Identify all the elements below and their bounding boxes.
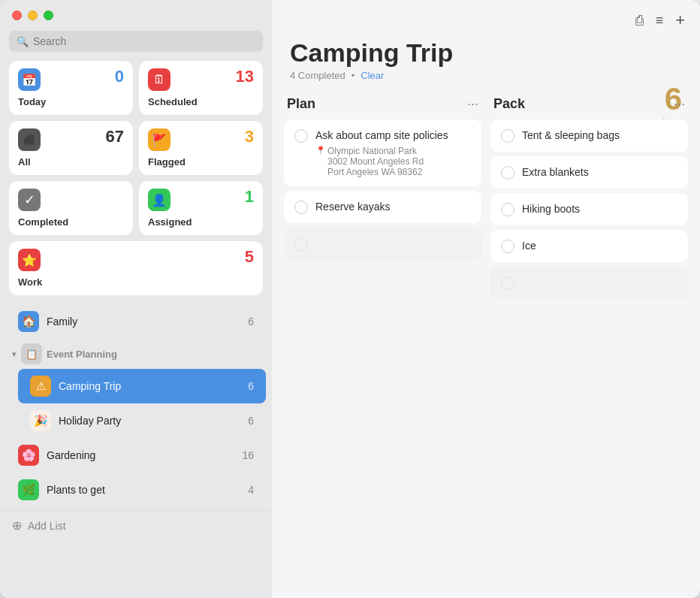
holiday-party-label: Holiday Party [59,415,240,427]
smart-list-all[interactable]: 67 ⬛ All [9,121,133,175]
event-planning-label: Event Planning [47,349,117,360]
task-checkbox [501,276,514,290]
task-checkbox [294,237,308,251]
plan-more-icon[interactable]: ··· [467,96,478,112]
task-reserve-kayaks[interactable]: Reserve kayaks [284,191,481,223]
chevron-down-icon: ▾ [12,349,17,359]
task-checkbox[interactable] [501,203,514,216]
app-window: 🔍 0 📅 Today 13 🗓 Scheduled 67 ⬛ All [0,0,700,598]
pack-column-header: Pack ··· [490,93,688,119]
minimize-button[interactable] [28,11,38,20]
main-header: Camping Trip 4 Completed • Clear [272,36,700,87]
task-tent[interactable]: Tent & sleeping bags [490,119,688,152]
add-list-button[interactable]: ⊕ Add List [0,510,272,540]
list-item-plants-to-get[interactable]: 🌿 Plants to get 4 [6,473,266,507]
close-button[interactable] [12,11,22,20]
assigned-label: Assigned [148,216,254,228]
task-text: Ice [522,239,536,252]
sidebar: 🔍 0 📅 Today 13 🗓 Scheduled 67 ⬛ All [0,0,272,598]
family-icon: 🏠 [18,311,39,332]
gardening-count: 16 [242,449,254,461]
work-count: 5 [245,247,254,267]
all-label: All [18,156,124,168]
add-button[interactable]: + [675,11,685,30]
smart-list-work[interactable]: 5 ⭐ Work [9,241,263,295]
task-extra-blankets[interactable]: Extra blankets [490,156,688,189]
task-checkbox[interactable] [501,129,514,143]
completed-text: 4 Completed [290,70,345,81]
clear-button[interactable]: Clear [361,70,384,81]
scheduled-count: 13 [236,67,254,86]
main-subtitle: 4 Completed • Clear [290,70,682,81]
task-text: Reserve kayaks [315,200,391,213]
list-section: 🏠 Family 6 ▾ 📋 Event Planning ⚠ Camping … [0,301,272,598]
pack-column: Pack ··· Tent & sleeping bags [490,93,688,586]
plants-label: Plants to get [47,484,240,496]
plan-column: Plan ··· Ask about camp site policies 📍 … [284,93,481,586]
task-address: 📍 Olympic National Park3002 Mount Angele… [315,146,448,177]
camping-trip-icon: ⚠ [30,376,51,397]
family-count: 6 [248,316,254,328]
plan-column-header: Plan ··· [284,93,481,119]
smart-list-flagged[interactable]: 3 🚩 Flagged [139,121,263,175]
task-checkbox[interactable] [294,129,308,143]
assigned-icon: 👤 [148,189,170,211]
list-item-family[interactable]: 🏠 Family 6 [6,304,266,339]
smart-list-today[interactable]: 0 📅 Today [9,61,133,115]
gardening-label: Gardening [47,449,234,461]
smart-list-completed[interactable]: ✓ Completed [9,181,133,235]
event-planning-icon: 📋 [21,343,42,364]
task-empty-pack [490,267,688,300]
today-icon: 📅 [18,68,41,91]
work-label: Work [18,276,254,288]
list-view-icon[interactable]: ≡ [656,13,664,29]
assigned-count: 1 [245,187,254,207]
share-icon[interactable]: ⎙ [635,13,644,29]
plants-icon: 🌿 [18,479,39,500]
scheduled-icon: 🗓 [148,68,170,91]
task-checkbox[interactable] [501,166,514,180]
task-text: Ask about camp site policies [315,128,448,142]
main-toolbar: ⎙ ≡ + [272,0,700,36]
page-title: Camping Trip [290,39,682,67]
plants-count: 4 [248,484,254,496]
holiday-party-count: 6 [248,415,254,427]
today-count: 0 [115,67,124,86]
main-content: ⎙ ≡ + Camping Trip 4 Completed • Clear 6… [272,0,700,598]
completed-label: Completed [18,216,124,228]
all-icon: ⬛ [18,128,41,151]
task-text: Hiking boots [522,202,580,216]
family-label: Family [47,316,240,328]
task-empty-plan [284,228,481,261]
list-item-gardening[interactable]: 🌸 Gardening 16 [6,438,266,473]
task-checkbox[interactable] [501,240,514,253]
fullscreen-button[interactable] [44,11,53,20]
group-event-planning[interactable]: ▾ 📋 Event Planning [0,339,272,369]
task-ice[interactable]: Ice [490,230,688,262]
smart-list-scheduled[interactable]: 13 🗓 Scheduled [139,61,263,115]
work-icon: ⭐ [18,249,41,271]
flagged-count: 3 [245,127,254,146]
gardening-icon: 🌸 [18,445,39,466]
list-item-camping-trip[interactable]: ⚠ Camping Trip 6 [18,369,266,403]
camping-trip-count: 6 [248,380,254,392]
search-bar[interactable]: 🔍 [9,31,263,52]
task-hiking-boots[interactable]: Hiking boots [490,193,688,225]
flagged-icon: 🚩 [148,128,170,151]
task-text: Tent & sleeping bags [522,128,620,142]
search-input[interactable] [33,35,255,47]
task-text: Extra blankets [522,165,589,179]
list-item-holiday-party[interactable]: 🎉 Holiday Party 6 [18,403,266,438]
today-label: Today [18,96,124,107]
pack-more-icon[interactable]: ··· [674,96,685,112]
flagged-label: Flagged [148,156,254,168]
add-list-label: Add List [28,520,66,532]
camping-trip-label: Camping Trip [59,380,240,392]
holiday-party-icon: 🎉 [30,410,51,431]
task-checkbox[interactable] [294,201,308,214]
task-ask-about-campsite[interactable]: Ask about camp site policies 📍 Olympic N… [284,119,481,186]
main-content-wrapper: Camping Trip 4 Completed • Clear 6 Show … [272,36,700,598]
smart-lists-grid: 0 📅 Today 13 🗓 Scheduled 67 ⬛ All 3 🚩 Fl… [0,61,272,241]
smart-list-assigned[interactable]: 1 👤 Assigned [139,181,263,235]
search-icon: 🔍 [17,36,29,47]
